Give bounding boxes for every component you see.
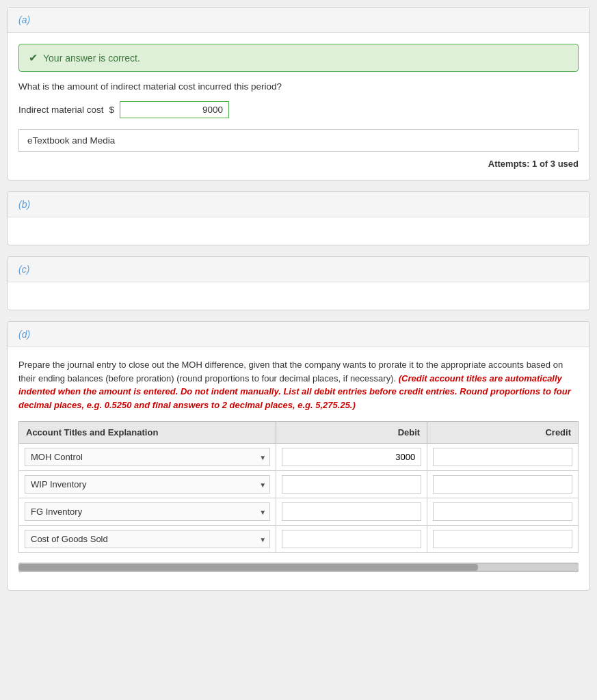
- credit-input-row-1[interactable]: [433, 475, 572, 494]
- debit-input-row-3[interactable]: [282, 530, 421, 548]
- debit-input-row-0[interactable]: [282, 448, 421, 466]
- section-c-label: (c): [18, 264, 29, 275]
- credit-input-row-3[interactable]: [433, 530, 572, 548]
- col-header-debit: Debit: [276, 422, 427, 444]
- instructions-d: Prepare the journal entry to close out t…: [18, 358, 579, 412]
- section-a-body: ✔ Your answer is correct. What is the am…: [8, 33, 589, 180]
- section-a-label: (a): [18, 14, 30, 25]
- table-row: MOH ControlWIP InventoryFG InventoryCost…: [19, 526, 579, 553]
- scrollbar-thumb: [18, 564, 478, 571]
- section-b-header: (b): [8, 192, 589, 217]
- scrollbar-track: [18, 564, 579, 571]
- section-c-body: [8, 282, 589, 310]
- account-select-row-0[interactable]: MOH ControlWIP InventoryFG InventoryCost…: [25, 448, 270, 466]
- field-label-a: Indirect material cost: [18, 105, 104, 115]
- table-row: MOH ControlWIP InventoryFG InventoryCost…: [19, 471, 579, 498]
- indirect-cost-row: Indirect material cost $: [18, 101, 579, 118]
- credit-input-row-0[interactable]: [433, 448, 572, 466]
- section-c: (c): [7, 256, 590, 310]
- section-a: (a) ✔ Your answer is correct. What is th…: [7, 7, 590, 180]
- section-d-label: (d): [18, 329, 30, 340]
- table-header-row: Account Titles and Explanation Debit Cre…: [19, 422, 579, 444]
- account-select-row-3[interactable]: MOH ControlWIP InventoryFG InventoryCost…: [25, 530, 270, 548]
- success-text: Your answer is correct.: [43, 53, 140, 64]
- debit-input-row-1[interactable]: [282, 475, 421, 494]
- section-b: (b): [7, 191, 590, 245]
- question-text-a: What is the amount of indirect material …: [18, 81, 579, 92]
- journal-table: Account Titles and Explanation Debit Cre…: [18, 421, 579, 553]
- debit-input-row-2[interactable]: [282, 502, 421, 521]
- section-c-header: (c): [8, 257, 589, 282]
- section-d: (d) Prepare the journal entry to close o…: [7, 321, 590, 591]
- etextbook-box[interactable]: eTextbook and Media: [18, 129, 579, 152]
- account-select-row-2[interactable]: MOH ControlWIP InventoryFG InventoryCost…: [25, 502, 270, 521]
- success-banner: ✔ Your answer is correct.: [18, 44, 579, 72]
- attempts-text: Attempts: 1 of 3 used: [18, 159, 579, 169]
- section-b-label: (b): [18, 199, 30, 210]
- account-select-row-1[interactable]: MOH ControlWIP InventoryFG InventoryCost…: [25, 475, 270, 494]
- dollar-sign-a: $: [109, 105, 115, 115]
- col-header-account: Account Titles and Explanation: [19, 422, 276, 444]
- table-row: MOH ControlWIP InventoryFG InventoryCost…: [19, 444, 579, 471]
- section-d-header: (d): [8, 322, 589, 347]
- horizontal-scrollbar[interactable]: [18, 563, 579, 572]
- credit-input-row-2[interactable]: [433, 502, 572, 521]
- etextbook-label: eTextbook and Media: [27, 135, 115, 146]
- table-row: MOH ControlWIP InventoryFG InventoryCost…: [19, 498, 579, 526]
- section-b-body: [8, 217, 589, 245]
- indirect-cost-input[interactable]: [120, 101, 229, 118]
- section-a-header: (a): [8, 8, 589, 33]
- col-header-credit: Credit: [427, 422, 579, 444]
- section-d-body: Prepare the journal entry to close out t…: [8, 347, 589, 590]
- checkmark-icon: ✔: [29, 51, 38, 64]
